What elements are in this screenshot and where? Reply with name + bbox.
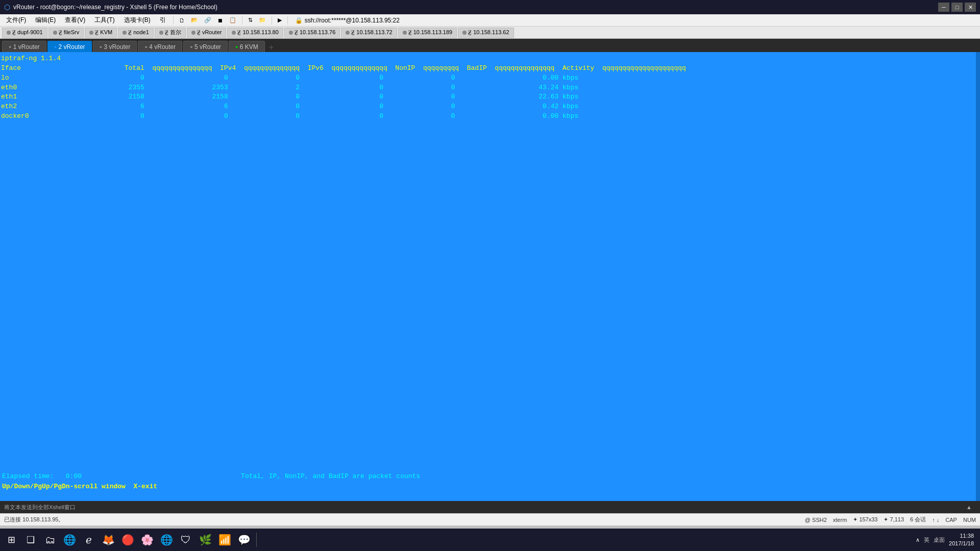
session-label-filesrv: Ꙃ fileSrv [59,29,80,36]
bottom-info-bar: 将文本发送到全部Xshell窗口 ▲ [0,501,980,513]
session-tab-filesrv[interactable]: Ꙃ fileSrv [48,28,84,38]
term-tab-1-label: 1 vRouter [13,43,40,51]
app1-button[interactable]: 🔴 [118,531,137,549]
start-button[interactable]: ⊞ [2,531,20,549]
term-tab-6-label: 6 KVM [240,43,258,51]
send-to-all-label: 将文本发送到全部Xshell窗口 [4,504,76,511]
term-tab-5-label: 5 vRouter [194,43,221,51]
taskview-button[interactable]: ❑ [21,531,40,549]
explorer-button[interactable]: 🗂 [41,531,59,549]
term-tab-6[interactable]: ● 6 KVM [229,41,265,52]
ssh-status: @ SSH2 [805,517,827,523]
lock-icon: 🔒 [295,17,303,24]
toolbar-script[interactable]: ▶ [275,15,284,26]
ssh-host-label: ssh://root:******@10.158.113.95:22 [305,17,400,24]
toolbar-paste[interactable]: 📋 [227,15,239,26]
ssh-indicator: 🔒 ssh://root:******@10.158.113.95:22 [295,17,400,24]
cursor-pos: ✦ 7,113 [884,516,904,523]
session-tab-ip80[interactable]: Ꙃ 10.158.113.80 [227,28,283,38]
terminal-scrollbar[interactable] [976,52,980,501]
term-tab-2[interactable]: ● 2 vRouter [47,41,92,52]
toolbar-sep2 [242,16,242,24]
ie-button[interactable]: ℯ [80,531,98,549]
terminal-area[interactable]: iptraf-ng 1.1.4 Iface Total qqqqqqqqqqqq… [0,52,980,501]
add-tab-button[interactable]: + [266,43,277,52]
term-tab-5[interactable]: ● 5 vRouter [183,41,228,52]
toolbar-connect[interactable]: 🔗 [202,15,214,26]
session-tab-node1[interactable]: Ꙃ node1 [118,28,154,38]
taskbar: ⊞ ❑ 🗂 🌐 ℯ 🦊 🔴 🌸 🌐 🛡 🌿 📶 💬 ∧ 英 桌面 11:38 2… [0,529,980,551]
toolbar-transfer[interactable]: ⇅ [246,15,255,26]
dot-vrouter [191,31,195,35]
session-label-kvm: Ꙃ KVM [95,29,112,36]
menu-file[interactable]: 文件(F) [2,15,30,26]
firefox-button[interactable]: 🦊 [99,531,117,549]
taskbar-desktop[interactable]: 桌面 [934,536,945,544]
session-tab-seoul[interactable]: Ꙃ 首尔 [155,28,186,38]
session-tab-ip62[interactable]: Ꙃ 10.158.113.62 [458,28,513,38]
term-tab-4[interactable]: ● 4 vRouter [138,41,182,52]
row-eth1: eth1 2158 2158 0 0 0 22.63 kbps [1,93,578,101]
taskbar-lang: 英 [924,536,929,544]
expand-icon: ▲ [966,504,972,510]
terminal-header: Iface Total qqqqqqqqqqqqqqq IPv4 qqqqqqq… [1,64,686,72]
menu-view[interactable]: 查看(V) [61,15,89,26]
session-label-ip189: Ꙃ 10.158.113.189 [408,29,453,36]
toolbar-open[interactable]: 📂 [188,15,201,26]
wechat-button[interactable]: 💬 [235,531,253,549]
row-eth2: eth2 6 6 0 0 0 0.42 kbps [1,103,578,110]
session-tab-ip76[interactable]: Ꙃ 10.158.113.76 [284,28,340,38]
connection-status: 已连接 10.158.113.95。 [4,516,64,523]
maximize-button[interactable]: □ [951,3,963,12]
session-label-ip62: Ꙃ 10.158.113.62 [468,29,509,36]
dot-seoul [159,31,163,35]
dot-ip76 [289,31,293,35]
session-tabs: Ꙃ dupf-9001 Ꙃ fileSrv Ꙃ KVM Ꙃ node1 Ꙃ 首尔… [0,27,980,39]
arrow-icons: ↑ ↓ [932,517,939,523]
session-label-ip76: Ꙃ 10.158.113.76 [295,29,335,36]
toolbar-sep4 [287,16,288,24]
app-icon: ⬡ [4,3,10,11]
app4-button[interactable]: 🌿 [196,531,214,549]
dot-ip189 [403,31,407,35]
dot-ip72 [346,31,350,35]
dot-ip62 [462,31,467,35]
menu-extra[interactable]: 引 [156,15,170,26]
session-tab-vrouter[interactable]: Ꙃ vRouter [187,28,227,38]
app5-button[interactable]: 📶 [215,531,234,549]
minimize-button[interactable]: ─ [938,3,949,12]
row-eth0: eth0 2355 2353 2 0 0 43.24 kbps [1,84,578,91]
term-size: ✦ 157x33 [853,516,877,523]
toolbar-sftp[interactable]: 📁 [256,15,268,26]
taskbar-expand[interactable]: ∧ [916,537,920,543]
menu-edit[interactable]: 编辑(E) [31,15,60,26]
chrome-button[interactable]: 🌐 [157,531,176,549]
session-tab-ip72[interactable]: Ꙃ 10.158.113.72 [341,28,397,38]
session-tab-kvm[interactable]: Ꙃ KVM [85,28,117,38]
session-tab-dupf[interactable]: Ꙃ dupf-9001 [2,28,47,38]
close-button[interactable]: ✕ [965,3,976,12]
toolbar-new[interactable]: 🗋 [177,15,187,26]
browser1-button[interactable]: 🌐 [60,531,79,549]
session-label-vrouter: Ꙃ vRouter [197,29,222,36]
num-status: NUM [963,517,976,523]
row-docker0: docker0 0 0 0 0 0 0.00 kbps [1,112,578,120]
terminal-title: iptraf-ng 1.1.4 [1,55,61,62]
term-tab-3[interactable]: ● 3 vRouter [93,41,137,52]
elapsed-text: Elapsed time: 0:00 Total, IP, NonIP, and… [2,472,974,482]
term-tab-4-label: 4 vRouter [149,43,176,51]
app2-button[interactable]: 🌸 [138,531,156,549]
toolbar-sep3 [272,16,272,24]
app3-button[interactable]: 🛡 [177,531,195,549]
taskbar-right: ∧ 英 桌面 11:38 2017/1/18 [916,532,978,548]
row-lo: lo 0 0 0 0 0 0.00 kbps [1,74,578,82]
terminal-content: iptraf-ng 1.1.4 Iface Total qqqqqqqqqqqq… [1,54,979,121]
term-tab-1[interactable]: ● 1 vRouter [2,41,46,52]
session-tab-ip189[interactable]: Ꙃ 10.158.113.189 [398,28,457,38]
window-title: vRouter - root@bogon:~/release_registry … [13,4,217,11]
toolbar-disconnect[interactable]: ⏹ [215,15,226,26]
menu-tools[interactable]: 工具(T) [90,15,118,26]
status-right: @ SSH2 xterm ✦ 157x33 ✦ 7,113 6 会话 ↑ ↓ C… [805,516,976,523]
menu-tabs[interactable]: 选项卡(B) [120,15,155,26]
menu-separator [173,16,174,24]
